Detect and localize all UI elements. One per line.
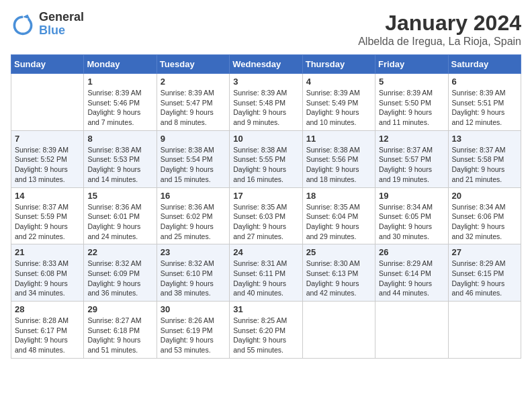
- calendar-cell: 12Sunrise: 8:37 AMSunset: 5:57 PMDayligh…: [375, 130, 448, 187]
- calendar-cell: 6Sunrise: 8:39 AMSunset: 5:51 PMDaylight…: [448, 74, 521, 131]
- calendar-body: 1Sunrise: 8:39 AMSunset: 5:46 PMDaylight…: [11, 74, 521, 359]
- day-info: Sunrise: 8:39 AMSunset: 5:51 PMDaylight:…: [452, 88, 517, 128]
- calendar-cell: 18Sunrise: 8:35 AMSunset: 6:04 PMDayligh…: [302, 187, 375, 244]
- calendar-cell: [375, 302, 448, 359]
- day-info: Sunrise: 8:36 AMSunset: 6:02 PMDaylight:…: [161, 202, 226, 242]
- day-info: Sunrise: 8:25 AMSunset: 6:20 PMDaylight:…: [233, 316, 298, 355]
- calendar-cell: 13Sunrise: 8:37 AMSunset: 5:58 PMDayligh…: [448, 130, 521, 187]
- day-info: Sunrise: 8:28 AMSunset: 6:17 PMDaylight:…: [15, 316, 80, 355]
- day-number: 18: [306, 191, 371, 201]
- day-info: Sunrise: 8:31 AMSunset: 6:11 PMDaylight:…: [233, 259, 298, 298]
- day-info: Sunrise: 8:38 AMSunset: 5:55 PMDaylight:…: [233, 145, 298, 185]
- day-info: Sunrise: 8:39 AMSunset: 5:47 PMDaylight:…: [161, 88, 226, 128]
- day-number: 24: [233, 247, 298, 257]
- calendar-cell: 3Sunrise: 8:39 AMSunset: 5:48 PMDaylight…: [230, 74, 302, 131]
- day-info: Sunrise: 8:39 AMSunset: 5:49 PMDaylight:…: [306, 88, 371, 128]
- header-day-friday: Friday: [375, 55, 448, 74]
- calendar-cell: 15Sunrise: 8:36 AMSunset: 6:01 PMDayligh…: [84, 187, 157, 244]
- day-info: Sunrise: 8:32 AMSunset: 6:09 PMDaylight:…: [87, 259, 152, 298]
- calendar-cell: 4Sunrise: 8:39 AMSunset: 5:49 PMDaylight…: [302, 74, 375, 131]
- header-day-thursday: Thursday: [302, 55, 375, 74]
- calendar-cell: 5Sunrise: 8:39 AMSunset: 5:50 PMDaylight…: [375, 74, 448, 131]
- header-day-tuesday: Tuesday: [157, 55, 229, 74]
- calendar-cell: 21Sunrise: 8:33 AMSunset: 6:08 PMDayligh…: [11, 244, 84, 302]
- day-info: Sunrise: 8:34 AMSunset: 6:05 PMDaylight:…: [379, 202, 444, 242]
- calendar-cell: 20Sunrise: 8:34 AMSunset: 6:06 PMDayligh…: [448, 187, 521, 244]
- calendar-cell: 31Sunrise: 8:25 AMSunset: 6:20 PMDayligh…: [230, 302, 302, 359]
- calendar-cell: 29Sunrise: 8:27 AMSunset: 6:18 PMDayligh…: [84, 302, 157, 359]
- calendar-cell: [448, 302, 521, 359]
- day-number: 16: [161, 191, 226, 201]
- day-info: Sunrise: 8:35 AMSunset: 6:03 PMDaylight:…: [233, 202, 298, 242]
- day-info: Sunrise: 8:37 AMSunset: 5:58 PMDaylight:…: [452, 145, 517, 185]
- header-day-monday: Monday: [84, 55, 157, 74]
- day-number: 3: [233, 77, 298, 87]
- logo: General Blue: [11, 11, 84, 38]
- day-number: 9: [161, 134, 226, 144]
- day-info: Sunrise: 8:38 AMSunset: 5:54 PMDaylight:…: [161, 145, 226, 185]
- calendar-cell: 11Sunrise: 8:38 AMSunset: 5:56 PMDayligh…: [302, 130, 375, 187]
- logo-blue: Blue: [39, 24, 84, 38]
- title-area: January 2024 Albelda de Iregua, La Rioja…: [358, 11, 521, 48]
- calendar-cell: 26Sunrise: 8:29 AMSunset: 6:14 PMDayligh…: [375, 244, 448, 302]
- day-info: Sunrise: 8:38 AMSunset: 5:53 PMDaylight:…: [87, 145, 152, 185]
- day-number: 23: [161, 247, 226, 257]
- week-row-2: 14Sunrise: 8:37 AMSunset: 5:59 PMDayligh…: [11, 187, 521, 244]
- calendar-cell: 2Sunrise: 8:39 AMSunset: 5:47 PMDaylight…: [157, 74, 229, 131]
- day-info: Sunrise: 8:37 AMSunset: 5:57 PMDaylight:…: [379, 145, 444, 185]
- day-info: Sunrise: 8:39 AMSunset: 5:46 PMDaylight:…: [87, 88, 152, 128]
- logo-icon: [11, 12, 35, 36]
- logo-text: General Blue: [39, 11, 84, 38]
- day-number: 7: [15, 134, 80, 144]
- day-info: Sunrise: 8:39 AMSunset: 5:52 PMDaylight:…: [15, 145, 80, 185]
- day-number: 29: [87, 304, 152, 314]
- calendar-cell: 28Sunrise: 8:28 AMSunset: 6:17 PMDayligh…: [11, 302, 84, 359]
- day-info: Sunrise: 8:34 AMSunset: 6:06 PMDaylight:…: [452, 202, 517, 242]
- day-number: 31: [233, 304, 298, 314]
- logo-general: General: [39, 11, 84, 24]
- day-info: Sunrise: 8:37 AMSunset: 5:59 PMDaylight:…: [15, 202, 80, 242]
- day-number: 2: [161, 77, 226, 87]
- calendar-cell: 22Sunrise: 8:32 AMSunset: 6:09 PMDayligh…: [84, 244, 157, 302]
- day-number: 21: [15, 247, 80, 257]
- calendar-table: SundayMondayTuesdayWednesdayThursdayFrid…: [11, 54, 521, 359]
- page-subtitle: Albelda de Iregua, La Rioja, Spain: [358, 36, 521, 48]
- week-row-1: 7Sunrise: 8:39 AMSunset: 5:52 PMDaylight…: [11, 130, 521, 187]
- calendar-cell: 24Sunrise: 8:31 AMSunset: 6:11 PMDayligh…: [230, 244, 302, 302]
- calendar-header: SundayMondayTuesdayWednesdayThursdayFrid…: [11, 55, 521, 74]
- day-number: 28: [15, 304, 80, 314]
- day-info: Sunrise: 8:39 AMSunset: 5:50 PMDaylight:…: [379, 88, 444, 128]
- week-row-0: 1Sunrise: 8:39 AMSunset: 5:46 PMDaylight…: [11, 74, 521, 131]
- day-number: 30: [161, 304, 226, 314]
- header-row: SundayMondayTuesdayWednesdayThursdayFrid…: [11, 55, 521, 74]
- day-number: 26: [379, 247, 444, 257]
- day-number: 15: [87, 191, 152, 201]
- day-number: 11: [306, 134, 371, 144]
- calendar-cell: 19Sunrise: 8:34 AMSunset: 6:05 PMDayligh…: [375, 187, 448, 244]
- day-number: 17: [233, 191, 298, 201]
- calendar-cell: 27Sunrise: 8:29 AMSunset: 6:15 PMDayligh…: [448, 244, 521, 302]
- calendar-cell: 14Sunrise: 8:37 AMSunset: 5:59 PMDayligh…: [11, 187, 84, 244]
- day-info: Sunrise: 8:32 AMSunset: 6:10 PMDaylight:…: [161, 259, 226, 298]
- day-info: Sunrise: 8:35 AMSunset: 6:04 PMDaylight:…: [306, 202, 371, 242]
- day-number: 1: [87, 77, 152, 87]
- day-info: Sunrise: 8:36 AMSunset: 6:01 PMDaylight:…: [87, 202, 152, 242]
- day-info: Sunrise: 8:26 AMSunset: 6:19 PMDaylight:…: [161, 316, 226, 355]
- day-number: 19: [379, 191, 444, 201]
- day-info: Sunrise: 8:33 AMSunset: 6:08 PMDaylight:…: [15, 259, 80, 298]
- day-number: 25: [306, 247, 371, 257]
- page-header: General Blue January 2024 Albelda de Ire…: [11, 11, 521, 48]
- day-number: 22: [87, 247, 152, 257]
- calendar-cell: [11, 74, 84, 131]
- day-number: 4: [306, 77, 371, 87]
- calendar-cell: 7Sunrise: 8:39 AMSunset: 5:52 PMDaylight…: [11, 130, 84, 187]
- calendar-cell: 1Sunrise: 8:39 AMSunset: 5:46 PMDaylight…: [84, 74, 157, 131]
- day-info: Sunrise: 8:30 AMSunset: 6:13 PMDaylight:…: [306, 259, 371, 298]
- week-row-4: 28Sunrise: 8:28 AMSunset: 6:17 PMDayligh…: [11, 302, 521, 359]
- header-day-sunday: Sunday: [11, 55, 84, 74]
- calendar-cell: 10Sunrise: 8:38 AMSunset: 5:55 PMDayligh…: [230, 130, 302, 187]
- day-info: Sunrise: 8:29 AMSunset: 6:14 PMDaylight:…: [379, 259, 444, 298]
- calendar-cell: 25Sunrise: 8:30 AMSunset: 6:13 PMDayligh…: [302, 244, 375, 302]
- calendar-cell: 23Sunrise: 8:32 AMSunset: 6:10 PMDayligh…: [157, 244, 229, 302]
- day-info: Sunrise: 8:38 AMSunset: 5:56 PMDaylight:…: [306, 145, 371, 185]
